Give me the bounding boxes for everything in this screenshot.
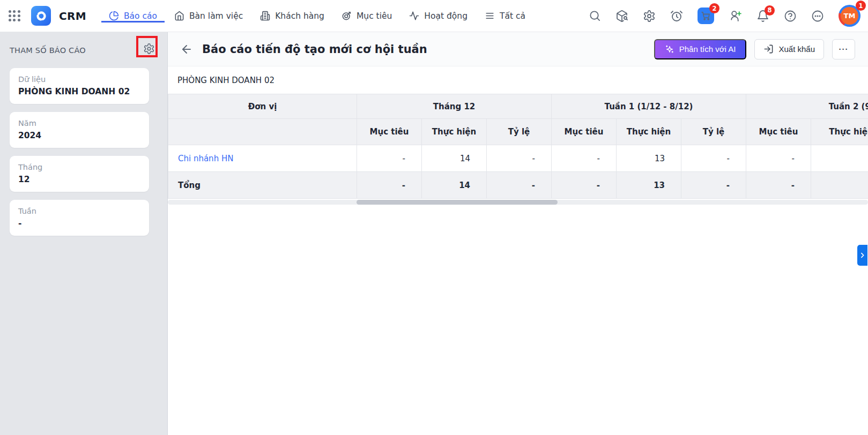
more-actions-button[interactable]: ··· xyxy=(832,39,855,59)
back-button[interactable] xyxy=(180,43,193,56)
gear-icon xyxy=(643,10,656,22)
nav-item-customers[interactable]: Khách hàng xyxy=(253,9,332,22)
cell-value: - xyxy=(487,145,552,172)
column-header-target: Mục tiêu xyxy=(746,119,811,145)
column-header-empty xyxy=(168,119,357,145)
report-parameters-sidebar: THAM SỐ BÁO CÁO Dữ liệu PHÒNG KINH DOANH… xyxy=(0,32,168,435)
nav-item-goals[interactable]: Mục tiêu xyxy=(334,9,399,22)
page-title: Báo cáo tiến độ tạo mới cơ hội tuần xyxy=(202,43,427,56)
main-menu: Báo cáo Bàn làm việc Khách hàng Mục xyxy=(101,9,533,22)
column-header-unit[interactable]: Đơn vị xyxy=(168,94,357,119)
param-card-month[interactable]: Tháng 12 xyxy=(10,156,149,192)
column-group-week1: Tuần 1 (1/12 - 8/12) xyxy=(552,94,746,119)
nav-item-all[interactable]: Tất cả xyxy=(477,9,533,22)
page-header: Báo cáo tiến độ tạo mới cơ hội tuần Phân… xyxy=(168,32,868,66)
nav-item-label: Tất cả xyxy=(500,11,525,21)
scrollbar-thumb[interactable] xyxy=(357,200,558,205)
column-header-actual: Thực hiện xyxy=(617,119,681,145)
nav-item-label: Khách hàng xyxy=(275,11,324,21)
add-user-button[interactable] xyxy=(729,9,742,22)
cell-value: - xyxy=(746,172,811,199)
column-group-week2: Tuần 2 (9/ xyxy=(746,94,868,119)
param-value: - xyxy=(18,219,140,228)
main-content: Báo cáo tiến độ tạo mới cơ hội tuần Phân… xyxy=(168,32,868,435)
cell-value: - xyxy=(357,172,422,199)
app-title: CRM xyxy=(59,10,86,22)
param-value: 12 xyxy=(18,175,140,184)
notifications-button[interactable]: 8 xyxy=(756,10,769,22)
param-label: Năm xyxy=(18,119,140,128)
horizontal-scrollbar[interactable] xyxy=(168,200,868,205)
more-options-button[interactable] xyxy=(811,10,824,22)
nav-item-label: Mục tiêu xyxy=(357,11,392,21)
building-icon xyxy=(260,11,270,21)
cell-value: - xyxy=(487,172,552,199)
cart-badge: 2 xyxy=(709,3,719,13)
shopping-cart-icon xyxy=(701,11,711,21)
branch-link[interactable]: Chi nhánh HN xyxy=(178,154,233,163)
export-button[interactable]: Xuất khẩu xyxy=(754,39,824,59)
cell-value: 14 xyxy=(422,172,487,199)
avatar: TM xyxy=(841,7,858,25)
nav-item-activities[interactable]: Hoạt động xyxy=(402,9,475,22)
home-icon xyxy=(174,11,184,21)
column-group-month: Tháng 12 xyxy=(357,94,552,119)
analyze-with-ai-button[interactable]: Phân tích với AI xyxy=(654,39,747,59)
param-card-year[interactable]: Năm 2024 xyxy=(10,112,149,148)
report-table: Đơn vị Tháng 12 Tuần 1 (1/12 - 8/12) Tuầ… xyxy=(168,94,868,199)
column-header-actual: Thực hiện xyxy=(422,119,487,145)
top-navigation: CRM Báo cáo Bàn làm việc Khách hàng xyxy=(0,0,868,32)
search-button[interactable] xyxy=(589,10,601,22)
cell-value: - xyxy=(681,145,746,172)
reminder-button[interactable] xyxy=(670,10,683,22)
column-header-rate: Tỷ lệ xyxy=(681,119,746,145)
search-icon xyxy=(589,10,601,22)
cell-value: - xyxy=(552,172,617,199)
total-label: Tổng xyxy=(168,172,357,199)
notifications-badge: 8 xyxy=(765,5,775,16)
alarm-clock-icon xyxy=(670,10,683,22)
target-icon xyxy=(342,11,352,21)
export-label: Xuất khẩu xyxy=(778,44,815,54)
param-card-data[interactable]: Dữ liệu PHÒNG KINH DOANH 02 xyxy=(10,68,149,104)
menu-icon xyxy=(485,11,495,21)
nav-item-reports[interactable]: Báo cáo xyxy=(101,9,165,22)
logo-ring-icon xyxy=(35,10,47,22)
expand-panel-button[interactable] xyxy=(857,245,867,266)
analyze-with-ai-label: Phân tích với AI xyxy=(679,44,736,54)
sparkles-icon xyxy=(665,44,674,54)
table-row-branch: Chi nhánh HN - 14 - - 13 - - xyxy=(168,145,868,172)
pie-chart-icon xyxy=(109,11,119,21)
chevron-right-icon xyxy=(859,252,866,259)
user-plus-icon xyxy=(729,9,742,22)
cell-value: - xyxy=(746,145,811,172)
user-avatar[interactable]: TM 1 xyxy=(839,5,860,27)
nav-item-label: Báo cáo xyxy=(124,11,157,21)
nav-item-workspace[interactable]: Bàn làm việc xyxy=(167,9,250,22)
cell-value xyxy=(811,145,868,172)
avatar-badge: 1 xyxy=(856,1,866,11)
help-button[interactable] xyxy=(784,10,797,22)
arrow-left-icon xyxy=(180,43,193,56)
crm-logo[interactable] xyxy=(31,6,51,26)
cell-value: - xyxy=(681,172,746,199)
table-row-total: Tổng - 14 - - 13 - - xyxy=(168,172,868,199)
sidebar-title: THAM SỐ BÁO CÁO xyxy=(10,46,86,55)
param-label: Tuần xyxy=(18,207,140,215)
column-header-target: Mục tiêu xyxy=(552,119,617,145)
table-sub-header-row: Mục tiêu Thực hiện Tỷ lệ Mục tiêu Thực h… xyxy=(168,119,868,145)
package-search-icon xyxy=(615,10,628,22)
product-search-button[interactable] xyxy=(615,10,628,22)
report-caption: PHÒNG KINH DOANH 02 xyxy=(168,66,868,94)
settings-button[interactable] xyxy=(643,10,656,22)
nav-item-label: Hoạt động xyxy=(424,11,468,21)
more-circle-icon xyxy=(811,10,824,22)
cell-value: 13 xyxy=(617,172,681,199)
param-card-week[interactable]: Tuần - xyxy=(10,200,149,236)
store-button[interactable]: 2 xyxy=(698,8,714,24)
report-table-viewport: Đơn vị Tháng 12 Tuần 1 (1/12 - 8/12) Tuầ… xyxy=(168,94,868,199)
app-launcher-icon[interactable] xyxy=(6,8,23,24)
help-icon xyxy=(784,10,797,22)
ellipsis-icon: ··· xyxy=(839,44,849,54)
param-value: PHÒNG KINH DOANH 02 xyxy=(18,87,140,96)
